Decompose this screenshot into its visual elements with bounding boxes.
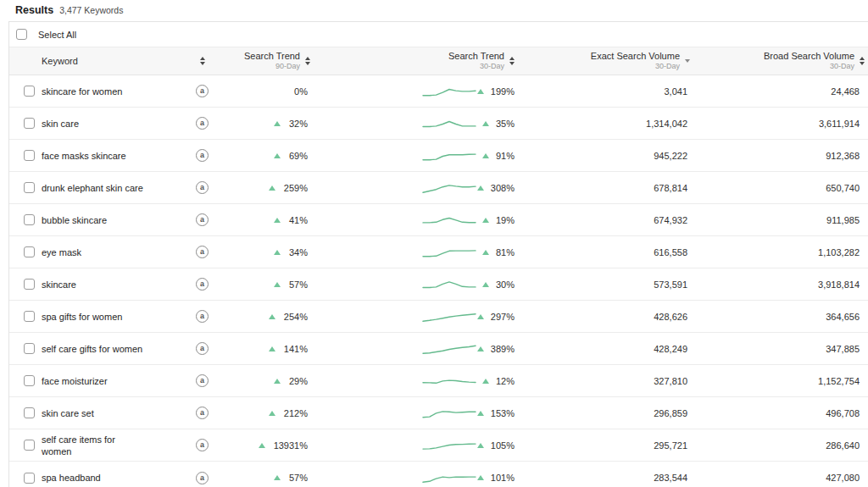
trend-90-value: 259% (284, 183, 308, 193)
trend-sparkline (422, 84, 476, 99)
broad-header-sub: 30-Day (830, 61, 854, 71)
exact-volume-value: 674,932 (654, 215, 687, 225)
column-header-exact-search-volume[interactable]: Exact Search Volume 30-Day (518, 51, 692, 71)
keyword-header-label: Keyword (42, 56, 78, 66)
trend-30-value: 30% (496, 279, 515, 290)
select-all-checkbox[interactable] (16, 29, 27, 40)
trend-30-value: 91% (496, 151, 515, 161)
keyword-text: face masks skincare (42, 150, 126, 162)
column-header-keyword[interactable]: Keyword (42, 56, 183, 66)
row-checkbox[interactable] (24, 473, 35, 484)
table-row: self care gifts for women a 141% 389% 42… (9, 333, 868, 365)
trend-up-icon (269, 346, 275, 351)
trend-up-icon (482, 153, 489, 158)
table-row: skincare for women a 0% 199% 3,041 24,46… (9, 75, 868, 108)
row-checkbox[interactable] (24, 311, 35, 322)
broad-volume-value: 3,611,914 (819, 119, 860, 129)
trend-90-value: 57% (289, 279, 308, 290)
sort-updown-icon[interactable] (509, 57, 515, 65)
table-row: face masks skincare a 69% 91% 945,222 91… (9, 140, 868, 172)
keyword-text: self care items for women (42, 434, 143, 457)
row-checkbox[interactable] (24, 246, 35, 257)
trend-up-icon (477, 411, 484, 416)
trend-90-value: 13931% (274, 440, 308, 451)
table-row: drunk elephant skin care a 259% 308% 678… (9, 172, 868, 204)
row-checkbox[interactable] (24, 279, 35, 290)
trend-up-icon (482, 282, 489, 287)
sort-updown-icon[interactable] (200, 57, 205, 65)
broad-volume-value: 286,640 (826, 440, 860, 451)
trend-sparkline (422, 374, 476, 389)
table-row: skincare a 57% 30% 573,591 3,918,814 (9, 268, 868, 301)
row-checkbox[interactable] (24, 214, 35, 225)
trend-30-value: 308% (491, 183, 515, 193)
trend-up-icon (482, 121, 489, 126)
exact-volume-value: 1,314,042 (646, 119, 687, 129)
row-checkbox[interactable] (24, 440, 35, 451)
trend-up-icon (274, 121, 281, 126)
amazon-marketplace-icon: a (196, 149, 209, 162)
amazon-marketplace-icon: a (196, 472, 209, 484)
select-all-label: Select All (38, 30, 76, 40)
broad-volume-value: 24,468 (831, 86, 860, 97)
broad-volume-value: 3,918,814 (818, 279, 860, 290)
row-checkbox[interactable] (24, 86, 35, 97)
table-row: face moisturizer a 29% 12% 327,810 1,152… (9, 365, 868, 397)
trend-30-value: 297% (491, 312, 515, 322)
table-row: spa gifts for women a 254% 297% 428,626 … (9, 301, 868, 333)
row-checkbox[interactable] (24, 182, 35, 193)
keyword-text: face moisturizer (42, 375, 108, 387)
trend-up-icon (274, 379, 281, 384)
select-all-row: Select All (9, 22, 868, 47)
row-checkbox[interactable] (24, 407, 35, 418)
broad-volume-value: 912,368 (826, 151, 860, 161)
column-header-search-trend-90[interactable]: Search Trend 90-Day (221, 51, 310, 71)
exact-volume-value: 945,222 (654, 151, 687, 161)
broad-volume-value: 427,080 (826, 473, 860, 483)
exact-volume-value: 573,591 (654, 279, 687, 290)
exact-volume-value: 327,810 (654, 376, 687, 386)
trend-sparkline (422, 148, 476, 163)
row-checkbox[interactable] (24, 375, 35, 386)
trend-sparkline (422, 341, 476, 357)
results-panel: Select All Keyword Search Trend 90-Day S… (8, 21, 868, 487)
sort-updown-icon[interactable] (860, 57, 865, 65)
trend-30-value: 389% (491, 344, 515, 354)
keyword-text: skin care (42, 118, 79, 130)
broad-volume-value: 364,656 (826, 312, 860, 322)
trend-up-icon (482, 218, 489, 223)
amazon-marketplace-icon: a (196, 374, 209, 387)
exact-volume-value: 678,814 (654, 183, 687, 193)
sort-down-icon[interactable] (685, 59, 690, 63)
keyword-sort-button[interactable] (183, 57, 221, 65)
trend-30-value: 199% (491, 86, 515, 97)
trend-sparkline (422, 277, 476, 292)
trend30-header-title: Search Trend (448, 51, 504, 61)
trend-sparkline (422, 180, 476, 196)
trend-sparkline (422, 406, 476, 421)
amazon-marketplace-icon: a (196, 278, 209, 291)
trend-up-icon (477, 185, 484, 191)
trend-up-icon (477, 89, 484, 94)
results-title: Results (15, 4, 53, 16)
row-checkbox[interactable] (24, 343, 35, 354)
trend-up-icon (482, 379, 489, 384)
row-checkbox[interactable] (24, 118, 35, 129)
trend-up-icon (274, 282, 281, 287)
amazon-marketplace-icon: a (196, 342, 209, 355)
row-checkbox[interactable] (24, 150, 35, 161)
results-count: 3,477 Keywords (59, 5, 123, 15)
keyword-text: eye mask (42, 246, 81, 258)
keyword-text: skin care set (42, 407, 94, 419)
column-header-broad-search-volume[interactable]: Broad Search Volume 30-Day (692, 51, 868, 71)
keyword-text: spa headband (42, 472, 101, 484)
broad-header-title: Broad Search Volume (764, 51, 854, 61)
exact-volume-value: 295,721 (654, 440, 687, 451)
trend-up-icon (269, 185, 275, 191)
column-header-search-trend-30[interactable]: Search Trend 30-Day (310, 51, 518, 71)
results-bar: Results 3,477 Keywords (0, 0, 868, 21)
keyword-text: spa gifts for women (42, 311, 122, 323)
trend-sparkline (422, 213, 476, 228)
amazon-marketplace-icon: a (196, 213, 209, 226)
amazon-marketplace-icon: a (196, 85, 209, 97)
